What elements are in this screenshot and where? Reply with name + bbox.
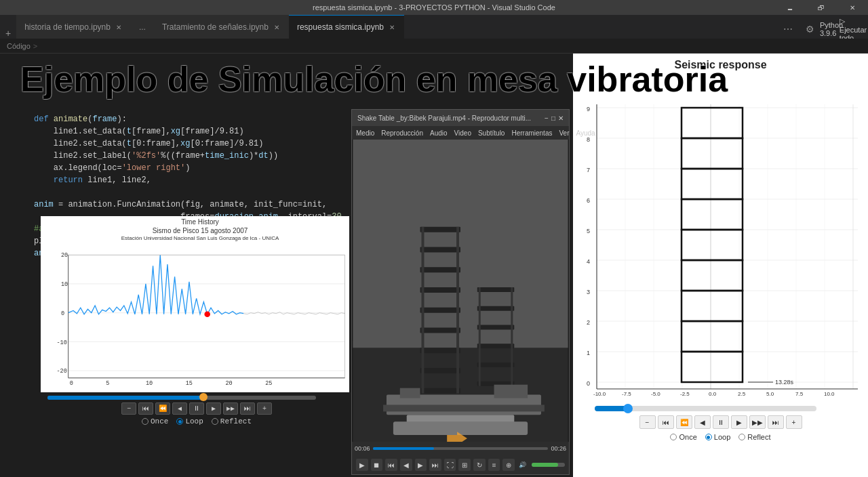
right-skip-back-button[interactable]: ⏮ (658, 415, 674, 429)
video-menu-medio[interactable]: Medio (356, 129, 374, 137)
right-radio-reflect-circle[interactable] (738, 434, 745, 440)
video-menu-audio[interactable]: Audio (430, 129, 448, 137)
video-close[interactable]: ✕ (558, 115, 564, 122)
svg-text:-10: -10 (57, 339, 67, 346)
tab-tratamiento-close[interactable]: ✕ (273, 23, 281, 32)
right-forward-button[interactable]: ▶▶ (749, 415, 766, 429)
svg-text:-20: -20 (57, 369, 67, 375)
right-radio-loop-circle[interactable] (705, 434, 712, 440)
video-playlist-button[interactable]: ≡ (488, 459, 500, 471)
right-radio-reflect-label[interactable]: Reflect (738, 433, 770, 441)
video-menu-herramientas[interactable]: Herramientas (511, 129, 552, 137)
svg-rect-90 (682, 169, 743, 199)
svg-rect-27 (420, 287, 460, 293)
tab-historia-label: historia de tiempo.ipynb (24, 22, 111, 32)
volume-icon: 🔊 (519, 461, 526, 468)
tab-historia[interactable]: historia de tiempo.ipynb ✕ (16, 15, 131, 39)
radio-once-circle[interactable] (142, 418, 149, 425)
svg-text:0: 0 (61, 310, 64, 317)
settings-button[interactable]: ⚙ (800, 20, 819, 39)
tab-tratamiento[interactable]: Tratamiento de señales.ipynb ✕ (154, 15, 289, 39)
video-sync-button[interactable]: ↻ (473, 459, 486, 471)
close-button[interactable]: ✕ (837, 0, 868, 15)
video-skip-back-button[interactable]: ⏮ (385, 459, 397, 471)
tab-historia-close[interactable]: ✕ (115, 23, 123, 32)
tab-more[interactable]: ... (131, 15, 154, 39)
radio-loop-label[interactable]: Loop (176, 417, 203, 426)
tab-respuesta-close[interactable]: ✕ (388, 23, 396, 32)
breadcrumb-bar: Código > (0, 39, 868, 54)
anim-back-button[interactable]: ◀ (172, 402, 187, 415)
volume-slider[interactable] (532, 463, 565, 467)
right-step-back-button[interactable]: ⏪ (676, 415, 692, 429)
svg-rect-46 (383, 405, 545, 411)
radio-once-label[interactable]: Once (142, 417, 168, 426)
minimize-button[interactable]: 🗕 (774, 0, 806, 15)
tab-respuesta[interactable]: respuesta sismica.ipynb ✕ (289, 15, 404, 39)
svg-rect-26 (420, 267, 460, 272)
anim-plus-button[interactable]: + (257, 402, 272, 415)
anim-step-back-button[interactable]: ⏪ (155, 402, 170, 415)
new-tab-button[interactable]: + (0, 28, 16, 39)
right-panel-controls: − ⏮ ⏪ ◀ ⏸ ▶ ▶▶ ⏭ + Once Loop (573, 402, 868, 445)
time-history-chart: Time History Sismo de Pisco 15 agosto 20… (41, 216, 349, 392)
svg-rect-44 (400, 388, 420, 398)
right-radio-once-circle[interactable] (670, 434, 677, 440)
svg-rect-29 (420, 328, 460, 333)
python-version[interactable]: Python 3.9.6 (822, 20, 841, 39)
anim-play-button[interactable]: ▶ (206, 402, 221, 415)
right-back-button[interactable]: ◀ (694, 415, 711, 429)
video-time-start: 00:06 (355, 445, 370, 452)
svg-text:5: 5 (587, 228, 590, 234)
svg-rect-25 (420, 247, 460, 253)
video-window-controls: − □ ✕ (545, 115, 564, 122)
video-toggle-button[interactable]: ⛶ (444, 459, 456, 471)
video-menu-ayuda[interactable]: Ayuda (576, 129, 595, 137)
code-line-1: def animate(frame): (0, 115, 349, 127)
video-ext-button[interactable]: ⊕ (502, 459, 515, 471)
animation-progress-bar[interactable] (47, 396, 316, 400)
anim-forward-button[interactable]: ▶▶ (223, 402, 238, 415)
video-menu-subtitulo[interactable]: Subtítulo (478, 129, 505, 137)
right-radio-loop-label[interactable]: Loop (705, 433, 730, 441)
video-menu-video[interactable]: Video (454, 129, 471, 137)
video-menu-ver[interactable]: Ver (559, 129, 569, 137)
code-line-2: line1.set_data(t[frame],xg[frame]/9.81) (0, 127, 349, 139)
radio-loop-circle[interactable] (176, 418, 183, 425)
anim-pause-button[interactable]: ⏸ (189, 402, 204, 415)
tab-tratamiento-label: Tratamiento de señales.ipynb (162, 22, 269, 32)
video-play-button[interactable]: ▶ (356, 459, 368, 471)
svg-rect-88 (682, 108, 743, 138)
right-radio-once-label[interactable]: Once (670, 433, 696, 441)
video-back-button[interactable]: ◀ (400, 459, 412, 471)
right-pause-button[interactable]: ⏸ (713, 415, 729, 429)
right-play-button[interactable]: ▶ (731, 415, 747, 429)
animation-progress-thumb[interactable] (199, 393, 208, 401)
radio-reflect-circle[interactable] (212, 418, 218, 425)
right-skip-forward-button[interactable]: ⏭ (768, 415, 784, 429)
video-minimize[interactable]: − (545, 115, 549, 122)
video-crop-button[interactable]: ⊞ (458, 459, 471, 471)
tab-respuesta-label: respuesta sismica.ipynb (297, 22, 384, 32)
anim-minus-button[interactable]: − (121, 402, 136, 415)
anim-skip-back-button[interactable]: ⏮ (138, 402, 153, 415)
video-maximize[interactable]: □ (551, 115, 555, 122)
video-menu-reproduccion[interactable]: Reproducción (381, 129, 423, 137)
svg-text:7: 7 (587, 167, 590, 173)
video-progress-bar[interactable] (373, 447, 549, 450)
run-all-button[interactable]: ▷ Ejecutar todo (844, 20, 863, 39)
anim-skip-forward-button[interactable]: ⏭ (240, 402, 255, 415)
video-stop-button[interactable]: ⏹ (371, 459, 383, 471)
right-progress-thumb[interactable] (623, 404, 633, 413)
svg-text:9: 9 (587, 106, 590, 112)
split-editor-button[interactable]: ⋯ (778, 20, 797, 39)
video-skip-forward-button[interactable]: ⏭ (429, 459, 441, 471)
animation-playback-options: Once Loop Reflect (41, 417, 349, 426)
svg-text:2: 2 (587, 319, 590, 326)
right-plus-button[interactable]: + (786, 415, 802, 429)
video-forward-button[interactable]: ▶ (415, 459, 427, 471)
right-progress-bar[interactable] (595, 406, 816, 411)
maximize-button[interactable]: 🗗 (806, 0, 837, 15)
right-minus-button[interactable]: − (639, 415, 656, 429)
radio-reflect-label[interactable]: Reflect (212, 417, 252, 426)
